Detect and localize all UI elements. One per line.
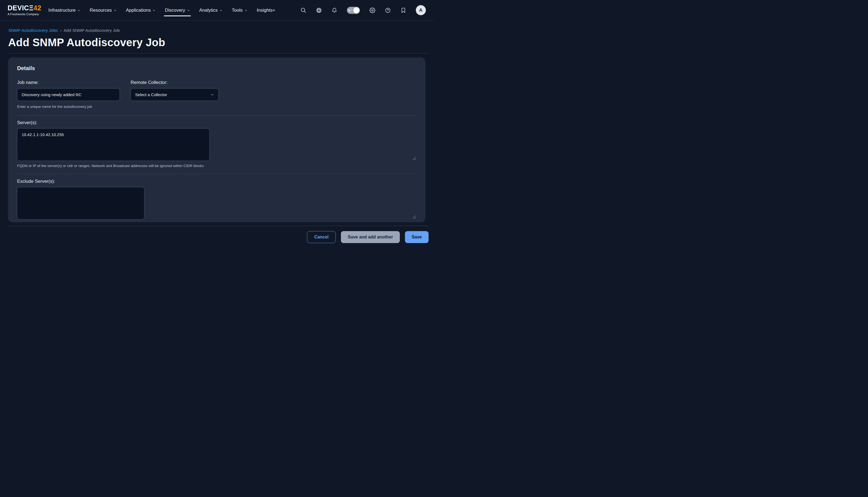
nav-item-discovery[interactable]: Discovery (165, 0, 190, 20)
nav-item-analytics[interactable]: Analytics (199, 0, 223, 20)
nav-item-label: Applications (126, 8, 151, 13)
job-name-helper: Enter a unique name for the autodiscover… (17, 104, 120, 109)
gear-icon[interactable] (369, 7, 376, 13)
nav-item-infrastructure[interactable]: Infrastructure (48, 0, 80, 20)
logo-barred-e: Ξ (29, 5, 34, 11)
page-title: Add SNMP Autodiscovery Job (8, 37, 425, 48)
breadcrumb-separator: › (60, 28, 61, 33)
details-card: Details Job name: Enter a unique name fo… (9, 58, 425, 222)
section-divider (17, 115, 416, 116)
topbar-actions: A (300, 5, 426, 15)
form-top-divider (9, 53, 429, 54)
job-name-input[interactable] (17, 88, 120, 101)
cancel-button[interactable]: Cancel (307, 231, 336, 243)
resize-handle[interactable] (412, 156, 415, 160)
breadcrumb-current: Add SNMP Autodiscovery Job (64, 28, 120, 33)
chevron-down-icon (114, 9, 117, 12)
top-navbar: DEVICΞ42 A Freshworks Company Infrastruc… (0, 0, 434, 20)
logo-tagline: A Freshworks Company (8, 13, 41, 16)
moon-stars-icon (348, 8, 353, 13)
globe-icon[interactable] (316, 7, 322, 13)
footer-actions: Cancel Save and add another Save (0, 231, 429, 243)
chevron-down-icon (220, 9, 223, 12)
logo-text-42: 42 (34, 5, 42, 11)
servers-label: Server(s): (17, 120, 416, 126)
main-nav: Infrastructure Resources Applications Di… (48, 0, 275, 20)
bookmark-icon[interactable] (400, 7, 406, 13)
exclude-servers-textarea[interactable] (17, 187, 144, 219)
chevron-down-icon (210, 93, 215, 97)
chevron-down-icon (77, 9, 80, 12)
toggle-knob (353, 7, 359, 13)
remote-collector-select[interactable]: Select a Collector (131, 88, 219, 101)
chevron-down-icon (245, 9, 248, 12)
resize-handle[interactable] (412, 215, 415, 218)
footer-divider (9, 226, 429, 226)
chevron-down-icon (152, 9, 156, 12)
remote-collector-label: Remote Collector: (131, 80, 167, 85)
nav-item-label: Tools (232, 8, 242, 13)
servers-textarea[interactable]: 10.42.1.1-10.42.10.255 (17, 128, 209, 161)
nav-item-insights[interactable]: Insights+ (257, 0, 276, 20)
theme-toggle[interactable] (347, 7, 360, 14)
job-name-label: Job name: (17, 80, 39, 85)
device42-logo-wordmark: DEVICΞ42 (8, 5, 41, 11)
exclude-servers-textarea-wrap (17, 187, 416, 219)
bell-icon[interactable] (332, 7, 337, 13)
help-icon[interactable] (385, 7, 391, 13)
breadcrumb: SNMP Autodiscovery Jobs › Add SNMP Autod… (9, 28, 425, 33)
avatar-initial: A (419, 8, 422, 13)
chevron-down-icon (187, 9, 190, 12)
exclude-servers-label: Exclude Server(s): (17, 179, 416, 184)
nav-item-resources[interactable]: Resources (90, 0, 116, 20)
save-button[interactable]: Save (405, 231, 429, 243)
nav-item-label: Insights+ (257, 8, 276, 13)
name-collector-row: Job name: Enter a unique name for the au… (17, 80, 416, 109)
user-avatar[interactable]: A (416, 5, 426, 15)
breadcrumb-link-snmp-jobs[interactable]: SNMP Autodiscovery Jobs (9, 28, 58, 33)
nav-item-applications[interactable]: Applications (126, 0, 156, 20)
save-and-add-another-button[interactable]: Save and add another (341, 231, 399, 243)
remote-collector-selected-value: Select a Collector (135, 93, 167, 97)
logo-text-prefix: DEVIC (8, 5, 29, 11)
servers-helper: FQDN or IP of the server(s) or cidr or r… (17, 164, 416, 168)
search-icon[interactable] (300, 7, 306, 13)
servers-textarea-wrap: 10.42.1.1-10.42.10.255 (17, 128, 416, 161)
nav-item-tools[interactable]: Tools (232, 0, 248, 20)
device42-logo[interactable]: DEVICΞ42 A Freshworks Company (8, 5, 41, 16)
nav-item-label: Analytics (199, 8, 218, 13)
details-section-title: Details (17, 65, 416, 71)
nav-item-label: Infrastructure (48, 8, 75, 13)
job-name-column: Job name: Enter a unique name for the au… (17, 80, 120, 109)
nav-item-label: Resources (90, 8, 112, 13)
nav-item-label: Discovery (165, 8, 185, 13)
section-divider (17, 174, 416, 174)
remote-collector-column: Remote Collector: Select a Collector (131, 80, 219, 109)
